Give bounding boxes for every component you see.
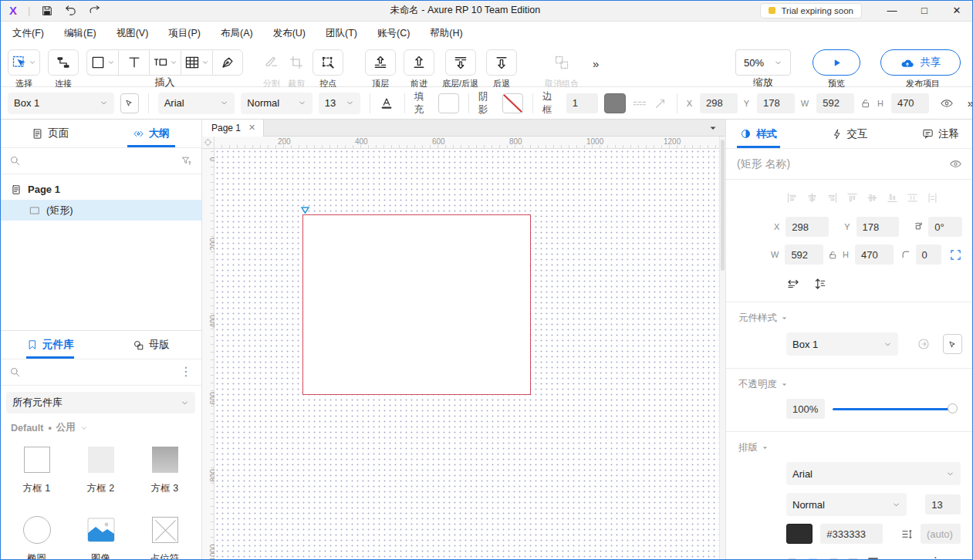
slider-knob[interactable] xyxy=(948,403,958,413)
send-back-button[interactable]: 底层/后退 xyxy=(442,49,478,89)
font-weight-select[interactable]: Normal xyxy=(241,93,312,114)
insert-pen-button[interactable] xyxy=(212,49,243,76)
widget-style-section-header[interactable]: 元件样式 xyxy=(726,302,973,325)
style-picker-button[interactable] xyxy=(120,93,139,113)
preview-button[interactable] xyxy=(813,49,860,76)
corner-radius-field[interactable]: 0 xyxy=(916,245,942,265)
text-align-bottom-icon[interactable] xyxy=(907,555,920,560)
y-field[interactable]: 178 xyxy=(856,217,900,237)
widget-ellipse[interactable]: 椭圆 xyxy=(5,515,69,560)
filter-icon[interactable] xyxy=(181,155,192,167)
fit-height-icon[interactable] xyxy=(813,277,826,291)
menu-publish[interactable]: 发布(U) xyxy=(273,27,306,40)
minimize-button[interactable]: — xyxy=(876,0,908,21)
widget-name-input[interactable]: (矩形 名称) xyxy=(737,157,790,171)
share-button[interactable]: 共享 xyxy=(880,49,961,76)
library-filter-select[interactable]: 所有元件库 xyxy=(6,392,195,413)
select-tool[interactable]: 选择 xyxy=(8,49,40,89)
insert-label-button[interactable] xyxy=(149,49,181,76)
bring-forward-button[interactable]: 前进 xyxy=(404,49,434,89)
h-field[interactable]: 470 xyxy=(855,245,894,265)
text-align-left-icon[interactable] xyxy=(786,555,799,560)
border-color-swatch[interactable] xyxy=(604,93,625,113)
send-backward-button[interactable]: 后退 xyxy=(486,49,517,89)
typography-section-header[interactable]: 排版 xyxy=(726,432,973,454)
kebab-menu-icon[interactable]: ⋮ xyxy=(180,369,192,374)
rotation-field[interactable]: 0° xyxy=(928,217,962,237)
insert-text-button[interactable] xyxy=(118,49,149,76)
widget-box3[interactable]: 方框 3 xyxy=(133,445,197,495)
menu-view[interactable]: 视图(V) xyxy=(117,27,149,40)
tab-style[interactable]: 样式 xyxy=(740,120,777,148)
close-button[interactable]: ✕ xyxy=(941,0,973,21)
widget-box2[interactable]: 方框 2 xyxy=(69,445,133,495)
lock-ratio-icon[interactable] xyxy=(828,250,838,260)
menu-arrange[interactable]: 布局(A) xyxy=(221,27,253,40)
menu-account[interactable]: 账号(C) xyxy=(377,27,410,40)
lock-ratio-icon[interactable] xyxy=(860,98,871,109)
library-search[interactable]: ⋮ xyxy=(0,359,201,386)
widget-image[interactable]: 图像 xyxy=(69,515,133,560)
visibility-eye-icon[interactable] xyxy=(940,96,954,110)
visibility-eye-icon[interactable] xyxy=(949,157,962,170)
h-field[interactable]: 470 xyxy=(891,93,929,113)
border-width-field[interactable]: 1 xyxy=(566,93,598,113)
y-field[interactable]: 178 xyxy=(757,93,795,113)
select-corners-icon[interactable] xyxy=(949,248,962,261)
menu-edit[interactable]: 编辑(E) xyxy=(64,27,96,40)
tab-outline[interactable]: 大纲 xyxy=(101,120,202,147)
maximize-button[interactable]: □ xyxy=(908,0,941,21)
x-field[interactable]: 298 xyxy=(700,93,738,113)
tab-pages[interactable]: 页面 xyxy=(0,120,101,147)
opacity-slider[interactable] xyxy=(833,403,956,414)
tab-widget-library[interactable]: 元件库 xyxy=(0,331,101,359)
w-field[interactable]: 592 xyxy=(816,93,854,113)
points-tool[interactable]: 控点 xyxy=(313,49,343,89)
scrollbar-thumb[interactable] xyxy=(721,140,725,271)
undo-icon[interactable] xyxy=(64,4,77,17)
tree-item-rectangle[interactable]: (矩形) xyxy=(0,200,201,221)
insert-table-button[interactable] xyxy=(181,49,212,76)
insert-shape-button[interactable] xyxy=(86,49,118,76)
page-tab-list-dropdown[interactable] xyxy=(708,123,718,133)
page-tab-close-icon[interactable]: ✕ xyxy=(248,123,255,133)
tree-item-page[interactable]: Page 1 xyxy=(0,179,201,200)
menu-team[interactable]: 团队(T) xyxy=(326,27,357,40)
connect-tool[interactable]: 连接 xyxy=(48,49,79,89)
font-size-field[interactable]: 13 xyxy=(925,494,961,514)
page-tab[interactable]: Page 1 ✕ xyxy=(202,120,264,137)
x-field[interactable]: 298 xyxy=(785,217,829,237)
font-size-select[interactable]: 13 xyxy=(319,93,360,114)
font-weight-select[interactable]: Normal xyxy=(786,493,907,516)
style-picker-button[interactable] xyxy=(943,334,962,354)
zoom-control[interactable]: 50% 缩放 xyxy=(735,49,791,89)
text-align-middle-icon[interactable] xyxy=(887,555,900,560)
format-overflow-button[interactable]: » xyxy=(968,96,973,110)
redo-icon[interactable] xyxy=(88,4,101,17)
font-family-select[interactable]: Arial xyxy=(158,93,235,114)
opacity-section-header[interactable]: 不透明度 xyxy=(726,369,973,391)
text-align-center-icon[interactable] xyxy=(806,555,819,560)
font-family-select[interactable]: Arial xyxy=(786,462,961,485)
shadow-swatch[interactable] xyxy=(502,93,523,113)
font-color-button[interactable] xyxy=(380,96,395,111)
text-align-top-icon[interactable] xyxy=(867,555,880,560)
text-align-right-icon[interactable] xyxy=(826,555,840,560)
toolbar-overflow-button[interactable]: » xyxy=(593,57,598,70)
trial-badge[interactable]: Trial expiring soon xyxy=(760,3,862,19)
tab-interactions[interactable]: 交互 xyxy=(832,120,868,148)
widget-box1[interactable]: 方框 1 xyxy=(5,445,69,495)
tab-notes[interactable]: 注释 xyxy=(922,120,959,148)
fill-color-swatch[interactable] xyxy=(438,93,459,113)
opacity-field[interactable]: 100% xyxy=(786,399,825,419)
text-align-justify-icon[interactable] xyxy=(846,555,860,560)
w-field[interactable]: 592 xyxy=(785,245,823,265)
font-color-swatch[interactable] xyxy=(786,524,813,544)
widget-style-select[interactable]: Box 1 xyxy=(786,332,898,356)
widget-style-select[interactable]: Box 1 xyxy=(8,93,114,114)
selected-rectangle-widget[interactable] xyxy=(302,214,531,395)
canvas-viewport[interactable] xyxy=(215,149,719,560)
menu-file[interactable]: 文件(F) xyxy=(12,27,44,40)
bring-front-button[interactable]: 顶层 xyxy=(365,49,396,89)
widget-placeholder[interactable]: 占位符 xyxy=(133,515,197,560)
